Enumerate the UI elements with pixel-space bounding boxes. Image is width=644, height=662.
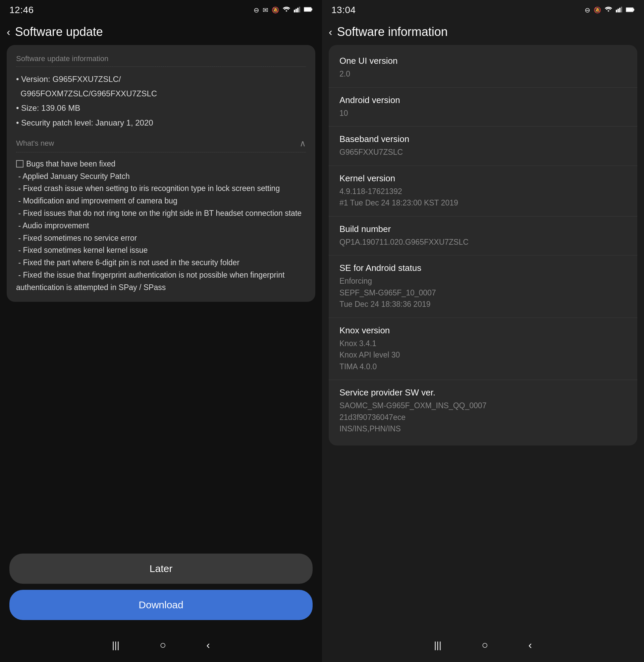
page-title-right: Software information [337,25,448,39]
se-android-label: SE for Android status [340,263,626,273]
svg-rect-13 [626,8,633,12]
svg-rect-0 [294,10,295,13]
one-ui-value: 2.0 [340,68,626,80]
one-ui-label: One UI version [340,56,626,66]
time-right: 13:04 [331,5,356,16]
recent-apps-icon-right[interactable]: ||| [434,640,441,650]
mute-icon: 🔕 [272,6,279,14]
kernel-row: Kernel version 4.9.118-17621392#1 Tue De… [329,166,637,217]
software-info-card: One UI version 2.0 Android version 10 Ba… [329,45,637,445]
one-ui-row: One UI version 2.0 [329,48,637,88]
home-icon[interactable]: ○ [160,639,166,651]
wifi-icon-right [604,6,613,15]
do-not-disturb-icon-right: ⊖ [584,6,590,14]
knox-value: Knox 3.4.1Knox API level 30TIMA 4.0.0 [340,338,626,373]
battery-icon [304,7,313,14]
svg-rect-5 [311,8,312,10]
android-version-row: Android version 10 [329,88,637,127]
android-version-value: 10 [340,107,626,119]
security-patch-line: • Security patch level: January 1, 2020 [16,116,306,129]
android-version-label: Android version [340,95,626,105]
version-line2: G965FOXM7ZSLC/G965FXXU7ZSLC [16,87,306,100]
svg-rect-1 [296,9,297,13]
button-area: Later Download [0,546,322,630]
back-nav-icon[interactable]: ‹ [206,639,210,651]
svg-rect-9 [619,8,621,13]
home-icon-right[interactable]: ○ [482,639,488,651]
se-android-value: EnforcingSEPF_SM-G965F_10_0007Tue Dec 24… [340,275,626,310]
changelog-text: Bugs that have been fixed - Applied Janu… [16,158,306,294]
section-label-info: Software update information [16,54,306,67]
nav-bar-left: ||| ○ ‹ [0,630,322,662]
svg-rect-10 [621,7,622,13]
baseband-row: Baseband version G965FXXU7ZSLC [329,127,637,166]
back-button-left[interactable]: ‹ [7,26,10,37]
back-nav-icon-right[interactable]: ‹ [528,639,532,651]
time-left: 12:46 [9,5,34,16]
svg-rect-3 [299,7,300,13]
whats-new-header: What's new ∧ [16,138,306,152]
status-icons-right: ⊖ 🔕 [584,6,635,15]
status-bar-left: 12:46 ⊖ ✉ 🔕 [0,0,322,19]
knox-label: Knox version [340,325,626,336]
wifi-icon [282,6,291,15]
service-provider-row: Service provider SW ver. SAOMC_SM-G965F_… [329,380,637,442]
download-button[interactable]: Download [9,590,313,620]
status-bar-right: 13:04 ⊖ 🔕 [322,0,644,19]
svg-rect-8 [618,9,619,13]
chevron-up-icon[interactable]: ∧ [300,138,306,149]
left-content: Software update information • Version: G… [0,45,322,546]
right-panel: 13:04 ⊖ 🔕 [322,0,644,662]
battery-icon-right [626,6,635,14]
size-line: • Size: 139.06 MB [16,102,306,114]
later-button[interactable]: Later [9,554,313,584]
top-bar-right: ‹ Software information [322,19,644,45]
checkbox-icon [16,160,23,168]
svg-rect-6 [304,8,311,11]
right-content: One UI version 2.0 Android version 10 Ba… [322,45,644,630]
svg-rect-7 [616,10,617,13]
version-line1: • Version: G965FXXU7ZSLC/ [16,73,306,85]
baseband-label: Baseband version [340,134,626,145]
service-provider-value: SAOMC_SM-G965F_OXM_INS_QQ_000721d3f90736… [340,400,626,435]
left-panel: 12:46 ⊖ ✉ 🔕 [0,0,322,662]
svg-rect-12 [633,9,634,11]
signal-icon-right [616,6,623,14]
back-button-right[interactable]: ‹ [329,26,332,37]
build-number-label: Build number [340,224,626,234]
svg-rect-2 [297,8,299,13]
build-number-row: Build number QP1A.190711.020.G965FXXU7ZS… [329,217,637,256]
whats-new-label: What's new [16,139,54,148]
do-not-disturb-icon: ⊖ [254,6,259,14]
page-title-left: Software update [15,25,103,39]
status-icons-left: ⊖ ✉ 🔕 [254,6,313,15]
info-card-left: Software update information • Version: G… [7,45,315,302]
email-icon: ✉ [262,6,268,14]
service-provider-label: Service provider SW ver. [340,388,626,398]
kernel-label: Kernel version [340,173,626,184]
signal-icon [294,6,301,14]
baseband-value: G965FXXU7ZSLC [340,146,626,158]
recent-apps-icon[interactable]: ||| [112,640,119,650]
kernel-value: 4.9.118-17621392#1 Tue Dec 24 18:23:00 K… [340,186,626,209]
nav-bar-right: ||| ○ ‹ [322,630,644,662]
se-android-row: SE for Android status EnforcingSEPF_SM-G… [329,256,637,318]
build-number-value: QP1A.190711.020.G965FXXU7ZSLC [340,236,626,248]
mute-icon-right: 🔕 [594,6,601,14]
knox-row: Knox version Knox 3.4.1Knox API level 30… [329,318,637,380]
top-bar-left: ‹ Software update [0,19,322,45]
